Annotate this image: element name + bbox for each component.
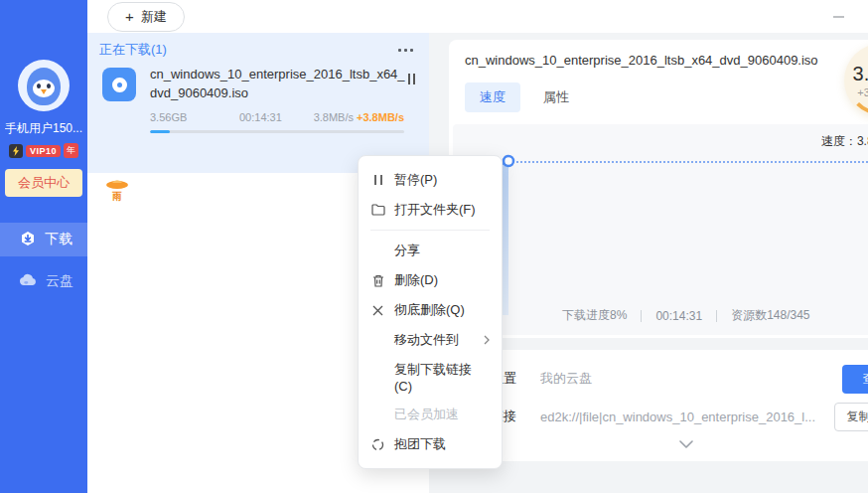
submenu-chevron-icon (484, 335, 490, 345)
menu-item-pause[interactable]: 暂停(P) (359, 165, 502, 195)
menu-item-share[interactable]: 分享 (359, 236, 502, 265)
speed-boost: +3.8MB/s (857, 86, 868, 98)
task-filename: cn_windows_10_enterprise_2016_ltsb_x64_d… (150, 66, 406, 103)
menu-item-delete-completely[interactable]: 彻底删除(Q) (359, 295, 502, 325)
download-link-value: ed2k://|file|cn_windows_10_enterprise_20… (540, 410, 822, 424)
task-speed: 3.8MB/s (314, 111, 354, 123)
menu-item-move-to[interactable]: 移动文件到 (359, 325, 502, 355)
menu-item-group-download[interactable]: 抱团下载 (359, 429, 502, 459)
member-center-button[interactable]: 会员中心 (5, 169, 82, 197)
trash-icon (370, 274, 385, 287)
topbar: + 新建 (87, 0, 868, 33)
new-task-label: 新建 (141, 8, 167, 26)
section-title: 正在下载(1) (99, 41, 167, 59)
sidebar: 手机用户150... VIP10 年 会员中心 下载 云盘 (0, 0, 87, 493)
avatar[interactable] (18, 60, 70, 111)
app-window: 手机用户150... VIP10 年 会员中心 下载 云盘 (0, 0, 868, 493)
pause-task-button[interactable] (408, 74, 415, 133)
main-area: + 新建 正在下载(1) (87, 0, 868, 493)
download-task-row[interactable]: cn_windows_10_enterprise_2016_ltsb_x64_d… (87, 63, 429, 133)
menu-item-open-folder[interactable]: 打开文件夹(F) (359, 195, 502, 225)
info-card: 云盘位置 我的云盘 查看 下载链接 ed2k://|file|cn_window… (449, 350, 868, 461)
menu-separator (370, 230, 490, 231)
progress-bar (150, 130, 404, 133)
sidebar-nav: 下载 云盘 (0, 223, 87, 306)
speed-dotted-line (516, 161, 868, 163)
detail-tabs: 速度 属性 (465, 82, 868, 112)
copy-link-button[interactable]: 复制链接 (834, 403, 868, 431)
window-controls (832, 10, 868, 24)
tab-properties[interactable]: 属性 (528, 82, 584, 112)
plus-icon: + (125, 9, 134, 24)
chart-current-speed: 速度：3.84MB/s (821, 133, 868, 150)
speed-card: cn_windows_10_enterprise_2016_ltsb_x64_d… (449, 40, 868, 338)
speed-chart: 速度：3.84MB/s (453, 124, 868, 335)
chart-stats: 下载进度8% 00:14:31 资源数148/345 (453, 307, 868, 324)
sidebar-item-cloud[interactable]: 云盘 (0, 264, 87, 298)
vip-year-badge: 年 (64, 143, 78, 158)
x-icon (370, 305, 385, 316)
menu-item-member-accelerated: 已会员加速 (359, 400, 502, 429)
download-icon (20, 231, 36, 249)
stat-resources: 资源数148/345 (731, 307, 809, 324)
username: 手机用户150... (5, 120, 82, 137)
new-task-button[interactable]: + 新建 (107, 2, 185, 32)
sidebar-item-label: 下载 (45, 231, 72, 248)
speed-value: 3.8 (853, 63, 868, 84)
iso-file-icon (102, 68, 136, 101)
cloud-location-value: 我的云盘 (540, 370, 830, 388)
task-size: 3.56GB (150, 111, 239, 123)
download-link-row: 下载链接 ed2k://|file|cn_windows_10_enterpri… (465, 403, 868, 430)
ufo-promo-icon[interactable]: 雨 (102, 176, 132, 202)
vip-level-badge: VIP10 (26, 145, 61, 157)
view-button[interactable]: 查看 (842, 365, 868, 394)
task-eta: 00:14:31 (239, 111, 314, 123)
stat-progress: 下载进度8% (562, 307, 627, 324)
minimize-button[interactable] (832, 10, 846, 24)
more-options-icon[interactable] (396, 45, 415, 56)
folder-icon (370, 204, 385, 216)
group-download-icon (370, 438, 385, 451)
progress-fill (150, 130, 170, 133)
menu-item-copy-link[interactable]: 复制下载链接(C) (359, 355, 502, 400)
detail-filename: cn_windows_10_enterprise_2016_ltsb_x64_d… (465, 53, 868, 68)
task-boost-speed: +3.8MB/s (357, 111, 404, 123)
task-meta: 3.56GB 00:14:31 3.8MB/s +3.8MB/s (150, 111, 404, 123)
cloud-icon (20, 273, 37, 289)
tab-speed[interactable]: 速度 (465, 82, 520, 112)
menu-item-delete[interactable]: 删除(D) (359, 265, 502, 295)
lightning-icon (9, 144, 23, 158)
sidebar-item-download[interactable]: 下载 (0, 223, 87, 256)
list-header: 正在下载(1) (87, 33, 429, 63)
vip-badges: VIP10 年 (9, 143, 78, 158)
stat-time: 00:14:31 (655, 309, 702, 323)
expand-chevron-icon[interactable] (465, 440, 868, 448)
pause-icon (370, 174, 385, 186)
active-download-block: 正在下载(1) cn_windows_10_enterprise_2016_lt… (87, 33, 429, 173)
sidebar-item-label: 云盘 (46, 272, 73, 290)
context-menu: 暂停(P) 打开文件夹(F) 分享 删除(D) (358, 155, 503, 469)
cloud-location-row: 云盘位置 我的云盘 查看 (465, 365, 868, 393)
